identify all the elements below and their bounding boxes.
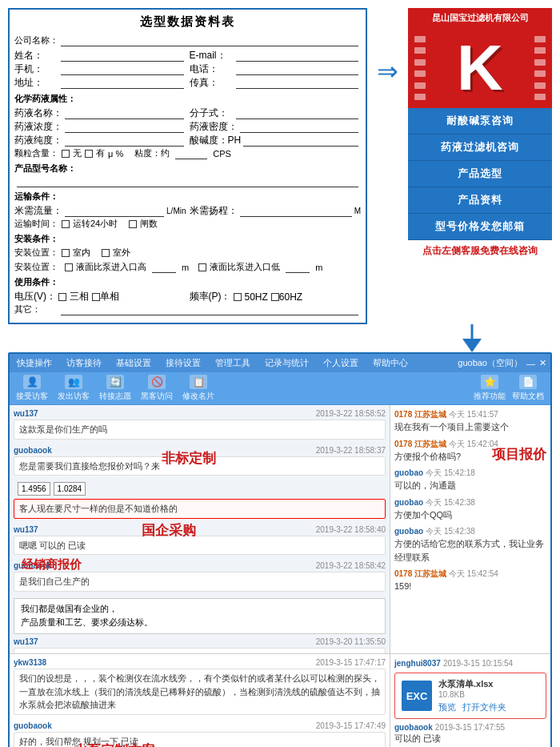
company-input-line [61, 35, 358, 46]
toolbar-transfer-label: 转接志愿 [99, 391, 131, 402]
toolbar-help-icon: 📄 [519, 375, 537, 389]
checkbox-60hz[interactable] [271, 293, 279, 301]
fax-label: 传真： [190, 76, 234, 90]
form-row-other: 其它： [14, 303, 361, 315]
chat-msg-ykw3138: ykw3138 2019-3-15 17:47:17 我们的设想是，，，装个检测… [14, 658, 386, 715]
form-half-contact: 姓名： [14, 49, 186, 62]
usage-section-title: 使用条件： [14, 276, 361, 288]
checkbox-phase1[interactable] [92, 293, 100, 301]
form-half-molecular: 分子式： [190, 106, 362, 120]
menubar-geren[interactable]: 个人设置 [320, 355, 362, 371]
phase3-label: 三相 [70, 290, 89, 303]
checkbox-phase3[interactable] [58, 293, 66, 301]
chat-msg-wu137-1: wu137 2019-3-22 18:58:52 这款泵是你们生产的吗 [14, 409, 386, 440]
company-name: 昆山国宝过滤机有限公司 [432, 12, 529, 24]
unit-label: μ % [108, 149, 123, 159]
menubar-bangzhu[interactable]: 帮助中心 [370, 355, 411, 371]
file-open-btn[interactable]: 打开文件夹 [462, 701, 506, 713]
user-info: guobao（空间） [458, 357, 522, 369]
chat-msg-ykw3138-name: ykw3138 [14, 658, 46, 667]
arrow-down-svg [460, 324, 484, 352]
form-half-ph: 酸碱度：PH [190, 134, 362, 147]
toolbar-block[interactable]: 🚫 黑客访问 [141, 375, 173, 402]
checkbox-timer[interactable] [129, 220, 137, 228]
toolbar-send[interactable]: 👥 发出访客 [58, 375, 90, 402]
particle-label: 颗粒含量： [14, 147, 58, 159]
window-minimize[interactable]: — [526, 359, 535, 368]
chat-msg-guobaook-1-header: guobaook 2019-3-22 18:58:37 [14, 446, 386, 455]
menubar-kuaijie[interactable]: 快捷操作 [14, 355, 55, 371]
checkbox-inlet-below[interactable] [198, 263, 206, 271]
brand-menu-item-3[interactable]: 产品资料 [408, 187, 552, 214]
checkbox-none[interactable] [62, 150, 70, 158]
chat-right-msg-6-name: 0178 江苏盐城 [394, 569, 446, 578]
stripe-5 [414, 82, 426, 89]
form-row-install: 安装位置： 室内 室外 [14, 247, 361, 259]
run24-label: 运转24小时 [73, 218, 118, 230]
brand-menu-item-1[interactable]: 药液过滤机咨询 [408, 135, 552, 161]
chat-msg-guobaook-2-time: 2019-3-22 18:58:42 [316, 561, 386, 570]
chat-right-panel[interactable]: 0178 江苏盐城 今天 15:41:57 现在我有一个项目上需要这个 0178… [390, 405, 550, 653]
file-preview-btn[interactable]: 预览 [438, 701, 456, 713]
form-half-phone: 手机： [14, 62, 186, 76]
menubar-fangjie[interactable]: 访客接待 [63, 355, 105, 371]
chat-right-msg-4-header: guobao 今天 15:42:38 [394, 497, 546, 508]
checkbox-inlet-above[interactable] [65, 263, 73, 271]
chat-right-msg-2-body: 方便报个价格吗? [394, 450, 546, 464]
chat-left-panel[interactable]: wu137 2019-3-22 18:58:52 这款泵是你们生产的吗 guob… [10, 405, 390, 653]
cps-label: CPS [213, 149, 231, 159]
distance-label: 米需扬程： [190, 204, 238, 218]
form-row-model [14, 176, 361, 187]
chat-bottom-left[interactable]: ykw3138 2019-3-15 17:47:17 我们的设想是，，，装个检测… [10, 654, 390, 747]
concentration-label: 药液浓度： [14, 120, 62, 134]
checkbox-outdoor[interactable] [102, 249, 110, 257]
checkbox-indoor[interactable] [62, 249, 70, 257]
toolbar-transfer[interactable]: 🔄 转接志愿 [99, 375, 131, 402]
toolbar-recommend[interactable]: ⭐ 推荐功能 [474, 375, 506, 402]
chat-msg-wu137-2-name: wu137 [14, 525, 38, 534]
brand-menu-item-2[interactable]: 产品选型 [408, 161, 552, 187]
other-line [61, 304, 358, 315]
chat-msg-ykw3138-time: 2019-3-15 17:47:17 [316, 658, 386, 667]
install-section-title: 安装条件： [14, 233, 361, 245]
chat-right-bottom-1-name: jenghui8037 [394, 659, 441, 668]
window-close[interactable]: ✕ [539, 358, 546, 368]
chat-msg-highlight-body: 客人现在要尺寸一样的但是不知道价格的 [14, 499, 386, 519]
chat-toolbar: 👤 接受访客 👥 发出访客 🔄 转接志愿 🚫 黑客访问 📋 修改名片 ⭐ 推荐功… [10, 372, 550, 405]
density-label: 药液密度： [190, 120, 238, 134]
toolbar-block-label: 黑客访问 [141, 391, 173, 402]
chat-right-msg-5-body: 方便的话给它您的联系方式，我让业务经理联系 [394, 537, 546, 564]
other-label: 其它： [14, 303, 58, 315]
brand-stripes-right [534, 28, 546, 108]
brand-menu-item-0[interactable]: 耐酸碱泵咨询 [408, 108, 552, 135]
contact-label: 姓名： [14, 49, 58, 62]
chat-right-bottom-2-time: 2019-3-15 17:47:55 [435, 723, 505, 732]
brand-menu-item-4[interactable]: 型号价格发您邮箱 [408, 214, 552, 240]
stripe-r6 [534, 94, 546, 100]
form-half-email: E-mail： [190, 49, 362, 62]
tel-label: 电话： [190, 62, 234, 76]
flow-line [65, 206, 164, 217]
checkbox-run24[interactable] [62, 220, 70, 228]
form-row-transport: 米需流量： L/Min 米需扬程： M [14, 204, 361, 218]
chat-msg-wu137-3: wu137 2019-3-20 11:35:50 我们想帮销我帮搞一下价格 嗯嗯… [14, 637, 386, 653]
stripe-6 [414, 94, 426, 100]
toolbar-accept[interactable]: 👤 接受访客 [16, 375, 48, 402]
chat-right-msg-6-time: 今天 15:42:54 [449, 569, 498, 578]
menubar-jichu[interactable]: 基础设置 [113, 355, 154, 371]
company-label: 公司名称： [14, 34, 58, 46]
m-label: M [354, 207, 361, 215]
checkbox-yes[interactable] [85, 150, 93, 158]
menubar-guanli[interactable]: 管理工具 [212, 355, 254, 371]
chat-bottom-right[interactable]: jenghui8037 2019-3-15 10:15:54 EXC 水泵清单.… [390, 654, 550, 747]
menubar-jilu[interactable]: 记录与统计 [262, 355, 312, 371]
toolbar-card[interactable]: 📋 修改名片 [182, 375, 214, 402]
chat-msg-wu137-3-body: 我们想帮销我帮搞一下价格 嗯嗯 可以的 已读 [14, 648, 386, 653]
brand-menu: 耐酸碱泵咨询 药液过滤机咨询 产品选型 产品资料 型号价格发您邮箱 [408, 108, 552, 240]
density-line [240, 122, 359, 133]
menubar-jiedai[interactable]: 接待设置 [162, 355, 204, 371]
form-half-flow: 米需流量： L/Min [14, 204, 186, 218]
chat-right-msg-5: guobao 今天 15:42:38 方便的话给它您的联系方式，我让业务经理联系 [394, 526, 546, 564]
toolbar-help[interactable]: 📄 帮助文档 [512, 375, 544, 402]
checkbox-50hz[interactable] [234, 293, 242, 301]
